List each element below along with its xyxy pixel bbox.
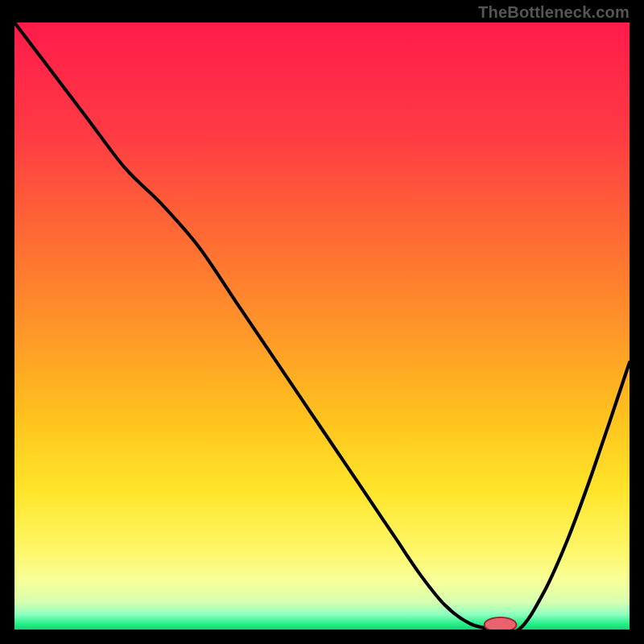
bottleneck-chart xyxy=(14,23,630,630)
chart-frame: TheBottleneck.com xyxy=(0,0,644,644)
watermark-text: TheBottleneck.com xyxy=(478,3,630,22)
optimal-indicator xyxy=(485,617,517,630)
gradient-background xyxy=(14,23,630,630)
plot-area xyxy=(14,23,630,630)
